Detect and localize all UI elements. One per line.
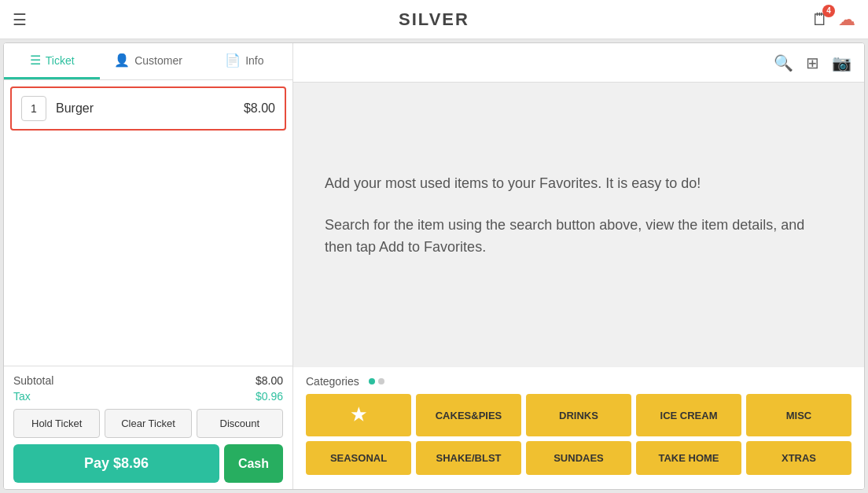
cloud-icon[interactable]: ☁: [838, 9, 855, 30]
customer-tab-icon: 👤: [114, 53, 130, 68]
pay-row: Pay $8.96 Cash: [13, 444, 283, 483]
ticket-footer: Subtotal $8.00 Tax $0.96 Hold Ticket Cle…: [4, 366, 292, 489]
app-header: ☰ SILVER 🗒 4 ☁: [0, 0, 868, 39]
header-right: 🗒 4 ☁: [811, 9, 855, 30]
subtotal-value: $8.00: [256, 374, 283, 387]
item-name: Burger: [56, 101, 244, 116]
tab-bar: ☰ Ticket 👤 Customer 📄 Info: [4, 43, 292, 80]
clear-ticket-button[interactable]: Clear Ticket: [105, 409, 191, 438]
item-quantity: 1: [21, 96, 46, 121]
drinks-button[interactable]: DRINKS: [526, 394, 631, 436]
misc-button[interactable]: MISC: [746, 394, 851, 436]
cash-button[interactable]: Cash: [224, 444, 283, 483]
action-buttons: Hold Ticket Clear Ticket Discount: [13, 409, 283, 438]
take-home-button[interactable]: TAKE HOME: [636, 441, 741, 475]
category-row-1: ★ CAKES&PIES DRINKS ICE CREAM MISC: [306, 394, 851, 436]
subtotal-row: Subtotal $8.00: [13, 374, 283, 387]
right-top-bar: 🔍 ⊞ 📷: [293, 43, 864, 83]
favorites-text-2: Search for the item using the search but…: [325, 214, 833, 259]
favorites-text-1: Add your most used items to your Favorit…: [325, 172, 833, 195]
dot-1: [369, 378, 375, 384]
categories-label: Categories: [306, 375, 359, 388]
header-left: ☰: [13, 10, 33, 29]
sundaes-button[interactable]: SUNDAES: [526, 441, 631, 475]
item-price: $8.00: [244, 101, 275, 116]
categories-section: Categories ★ CAKES&PIES DRINKS ICE CREAM…: [293, 367, 864, 489]
dot-indicators: [369, 378, 384, 384]
favorites-area: Add your most used items to your Favorit…: [293, 83, 864, 367]
category-row-2: SEASONAL SHAKE/BLST SUNDAES TAKE HOME XT…: [306, 441, 851, 475]
tab-customer[interactable]: 👤 Customer: [100, 43, 196, 79]
cakes-pies-button[interactable]: CAKES&PIES: [416, 394, 521, 436]
app-title: SILVER: [399, 9, 469, 30]
dot-2: [378, 378, 384, 384]
ticket-items-list: 1 Burger $8.00: [4, 80, 292, 366]
ticket-item[interactable]: 1 Burger $8.00: [10, 86, 286, 131]
subtotal-label: Subtotal: [13, 374, 53, 387]
ticket-tab-icon: ☰: [30, 53, 41, 68]
camera-icon[interactable]: 📷: [832, 53, 851, 72]
seasonal-button[interactable]: SEASONAL: [306, 441, 411, 475]
tax-label: Tax: [13, 390, 31, 403]
tax-row: Tax $0.96: [13, 390, 283, 403]
star-icon: ★: [351, 405, 366, 425]
info-tab-icon: 📄: [225, 53, 241, 68]
notifications-button[interactable]: 🗒 4: [811, 9, 829, 30]
notification-badge: 4: [822, 5, 835, 17]
categories-header: Categories: [306, 375, 851, 388]
pay-button[interactable]: Pay $8.96: [13, 444, 219, 483]
grid-view-icon[interactable]: ⊞: [806, 53, 819, 72]
right-panel: 🔍 ⊞ 📷 Add your most used items to your F…: [293, 43, 864, 489]
xtras-button[interactable]: XTRAS: [746, 441, 851, 475]
search-icon[interactable]: 🔍: [774, 53, 793, 72]
shake-blst-button[interactable]: SHAKE/BLST: [416, 441, 521, 475]
tab-ticket[interactable]: ☰ Ticket: [4, 43, 100, 79]
hamburger-icon[interactable]: ☰: [13, 10, 27, 29]
tab-info[interactable]: 📄 Info: [197, 43, 292, 79]
main-content: ☰ Ticket 👤 Customer 📄 Info 1 Burger $8.0…: [3, 42, 865, 490]
ice-cream-button[interactable]: ICE CREAM: [636, 394, 741, 436]
left-panel: ☰ Ticket 👤 Customer 📄 Info 1 Burger $8.0…: [4, 43, 293, 489]
discount-button[interactable]: Discount: [197, 409, 283, 438]
hold-ticket-button[interactable]: Hold Ticket: [13, 409, 100, 438]
favorites-star-button[interactable]: ★: [306, 394, 411, 436]
tax-value: $0.96: [256, 390, 283, 403]
